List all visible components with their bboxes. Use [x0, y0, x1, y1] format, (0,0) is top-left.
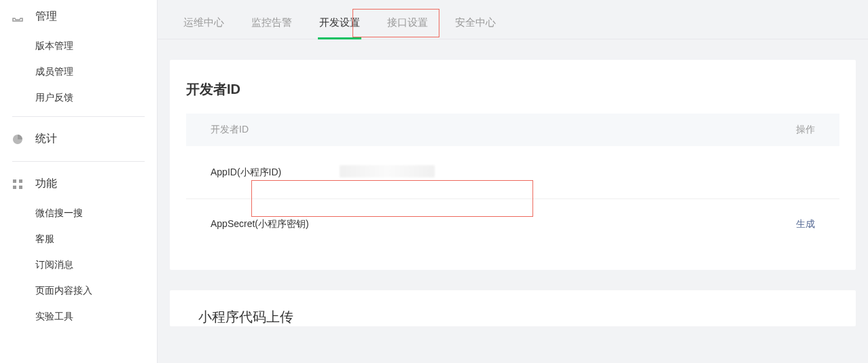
sidebar-item-page-content[interactable]: 页面内容接入	[0, 278, 157, 304]
tab-dev-settings[interactable]: 开发设置	[306, 5, 374, 39]
inbox-icon	[12, 12, 23, 22]
sidebar-item-members[interactable]: 成员管理	[0, 59, 157, 85]
svg-rect-0	[13, 179, 16, 183]
sidebar: 管理 版本管理 成员管理 用户反馈 统计 功能	[0, 0, 158, 363]
tab-api-settings[interactable]: 接口设置	[374, 5, 441, 39]
appsecret-label: AppSecret(小程序密钥)	[211, 218, 340, 230]
tab-ops-center[interactable]: 运维中心	[170, 5, 238, 39]
sidebar-section-label: 功能	[35, 177, 57, 191]
sidebar-item-wesearch[interactable]: 微信搜一搜	[0, 201, 157, 226]
sidebar-item-feedback[interactable]: 用户反馈	[0, 85, 157, 111]
th-value	[340, 124, 774, 136]
svg-rect-1	[19, 179, 22, 183]
table-row-appid: AppID(小程序ID)	[186, 146, 839, 199]
tab-monitor-alert[interactable]: 监控告警	[238, 5, 306, 39]
sidebar-section-stats[interactable]: 统计	[0, 122, 157, 156]
sidebar-item-service[interactable]: 客服	[0, 226, 157, 252]
card-title: 小程序代码上传	[170, 290, 856, 326]
sidebar-item-subscribe[interactable]: 订阅消息	[0, 252, 157, 278]
svg-rect-2	[13, 186, 16, 189]
th-action: 操作	[774, 124, 815, 136]
sidebar-section-label: 统计	[35, 132, 57, 146]
sidebar-section-manage[interactable]: 管理	[0, 0, 157, 33]
main-content: 运维中心 监控告警 开发设置 接口设置 安全中心 开发者ID 开发者ID 操作 …	[158, 0, 868, 363]
dev-id-table: 开发者ID 操作 AppID(小程序ID) AppSecret(小程序密钥) 生…	[186, 114, 839, 249]
divider	[12, 161, 145, 162]
generate-link[interactable]: 生成	[796, 218, 815, 229]
table-header: 开发者ID 操作	[186, 114, 839, 146]
sidebar-item-version[interactable]: 版本管理	[0, 33, 157, 59]
th-label: 开发者ID	[211, 124, 340, 136]
appid-label: AppID(小程序ID)	[211, 167, 340, 179]
grid-icon	[12, 179, 23, 190]
developer-id-card: 开发者ID 开发者ID 操作 AppID(小程序ID) AppSecret(小程…	[170, 60, 856, 270]
sidebar-item-lab-tools[interactable]: 实验工具	[0, 304, 157, 330]
tab-security-center[interactable]: 安全中心	[441, 5, 509, 39]
appsecret-action: 生成	[774, 218, 815, 230]
tabs: 运维中心 监控告警 开发设置 接口设置 安全中心	[158, 5, 868, 39]
redacted-value	[340, 165, 435, 177]
piechart-icon	[12, 134, 23, 145]
divider	[12, 116, 145, 117]
sidebar-section-features[interactable]: 功能	[0, 167, 157, 201]
appid-value	[340, 165, 774, 179]
card-title: 开发者ID	[186, 80, 839, 99]
sidebar-section-label: 管理	[35, 10, 57, 24]
table-row-appsecret: AppSecret(小程序密钥) 生成	[186, 199, 839, 249]
svg-rect-3	[19, 186, 22, 189]
code-upload-card: 小程序代码上传	[170, 290, 856, 326]
